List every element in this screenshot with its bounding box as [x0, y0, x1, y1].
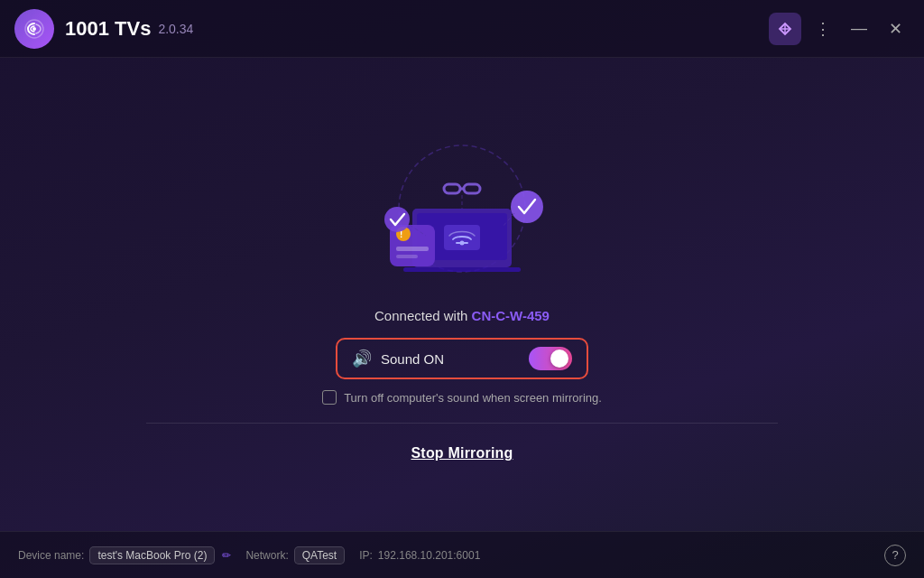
app-title: 1001 TVs: [65, 17, 151, 41]
divider: [146, 423, 778, 424]
menu-icon: ⋮: [815, 19, 831, 39]
plugin-button[interactable]: [769, 13, 801, 45]
minimize-icon: —: [851, 19, 867, 38]
sound-icon: 🔊: [352, 349, 372, 368]
network-value: QATest: [294, 546, 345, 564]
stop-mirroring-button[interactable]: Stop Mirroring: [411, 445, 513, 461]
svg-rect-13: [396, 247, 429, 251]
svg-rect-7: [444, 225, 480, 250]
checkbox-label: Turn off computer's sound when screen mi…: [344, 391, 602, 405]
sound-toggle[interactable]: [529, 347, 572, 370]
device-id: CN-C-W-459: [472, 308, 550, 323]
close-icon: ✕: [889, 19, 902, 39]
app-logo: [14, 9, 54, 49]
app-version: 2.0.34: [158, 22, 193, 36]
network-label: Network:: [245, 549, 288, 562]
sound-label: Sound ON: [381, 351, 520, 367]
svg-point-16: [511, 191, 543, 223]
main-content: ! Connected with CN-C-W-459: [0, 58, 924, 531]
svg-rect-17: [444, 184, 460, 193]
svg-point-1: [32, 27, 36, 31]
svg-point-15: [384, 207, 410, 232]
connected-label: Connected with: [374, 308, 472, 323]
sound-row: 🔊 Sound ON: [336, 338, 588, 379]
device-name-value: test's MacBook Pro (2): [89, 546, 215, 564]
ip-label: IP:: [359, 549, 373, 562]
minimize-button[interactable]: —: [845, 14, 873, 43]
device-name-label: Device name:: [18, 549, 84, 562]
close-button[interactable]: ✕: [881, 14, 910, 43]
titlebar: 1001 TVs 2.0.34 ⋮ — ✕: [0, 0, 924, 58]
sound-checkbox[interactable]: [322, 390, 337, 405]
help-button[interactable]: ?: [884, 545, 906, 566]
connected-text: Connected with CN-C-W-459: [374, 308, 550, 323]
menu-button[interactable]: ⋮: [808, 14, 837, 43]
svg-rect-9: [403, 267, 521, 272]
checkbox-row: Turn off computer's sound when screen mi…: [322, 390, 602, 405]
svg-point-8: [460, 241, 465, 246]
titlebar-actions: ⋮ — ✕: [769, 13, 910, 45]
edit-device-name-icon[interactable]: ✏: [222, 549, 231, 562]
footer: Device name: test's MacBook Pro (2) ✏ Ne…: [0, 531, 924, 578]
svg-rect-14: [396, 255, 418, 258]
ip-value: 192.168.10.201:6001: [378, 549, 480, 562]
illustration: !: [363, 127, 561, 290]
svg-rect-18: [464, 184, 480, 193]
